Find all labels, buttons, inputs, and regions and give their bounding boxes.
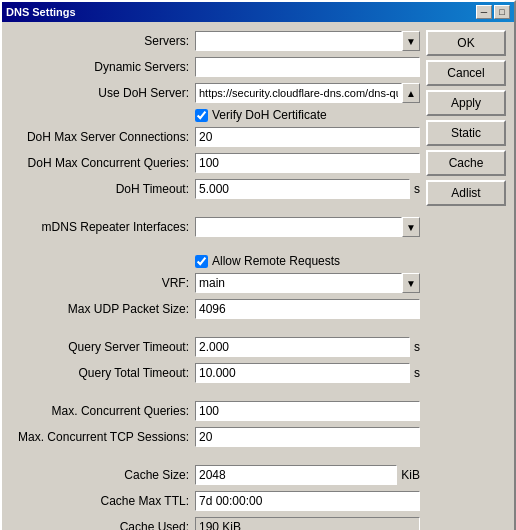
verify-doh-row: Verify DoH Certificate (10, 108, 420, 122)
window-title: DNS Settings (6, 6, 76, 18)
doh-max-connections-input[interactable] (195, 127, 420, 147)
cache-used-label: Cache Used: (10, 520, 195, 530)
cache-size-row: Cache Size: KiB (10, 464, 420, 486)
cancel-button[interactable]: Cancel (426, 60, 506, 86)
doh-timeout-label: DoH Timeout: (10, 182, 195, 196)
window-controls: ─ □ (476, 5, 510, 19)
verify-doh-label: Verify DoH Certificate (212, 108, 327, 122)
query-total-timeout-input[interactable] (195, 363, 410, 383)
cache-used-row: Cache Used: (10, 516, 420, 530)
vrf-label: VRF: (10, 276, 195, 290)
vrf-row: VRF: ▼ (10, 272, 420, 294)
servers-label: Servers: (10, 34, 195, 48)
doh-max-connections-label: DoH Max Server Connections: (10, 130, 195, 144)
vrf-field-group: ▼ (195, 273, 420, 293)
query-server-timeout-input[interactable] (195, 337, 410, 357)
cache-button[interactable]: Cache (426, 150, 506, 176)
mdns-label: mDNS Repeater Interfaces: (10, 220, 195, 234)
max-concurrent-tcp-input[interactable] (195, 427, 420, 447)
side-buttons: OK Cancel Apply Static Cache Adlist (426, 30, 506, 530)
vrf-dropdown-button[interactable]: ▼ (402, 273, 420, 293)
max-udp-input[interactable] (195, 299, 420, 319)
max-concurrent-queries-input[interactable] (195, 401, 420, 421)
verify-doh-checkbox[interactable] (195, 109, 208, 122)
query-server-timeout-row: Query Server Timeout: s (10, 336, 420, 358)
doh-dropdown-button[interactable]: ▲ (402, 83, 420, 103)
allow-remote-row: Allow Remote Requests (10, 254, 420, 268)
max-concurrent-tcp-label: Max. Concurrent TCP Sessions: (10, 430, 195, 444)
doh-url-input[interactable] (195, 83, 402, 103)
mdns-input[interactable] (195, 217, 402, 237)
cache-size-label: Cache Size: (10, 468, 195, 482)
title-bar: DNS Settings ─ □ (2, 2, 514, 22)
servers-input[interactable] (195, 31, 402, 51)
cache-max-ttl-row: Cache Max TTL: (10, 490, 420, 512)
query-total-timeout-row: Query Total Timeout: s (10, 362, 420, 384)
servers-field-group: ▼ (195, 31, 420, 51)
allow-remote-checkbox[interactable] (195, 255, 208, 268)
mdns-dropdown-button[interactable]: ▼ (402, 217, 420, 237)
vrf-input[interactable] (195, 273, 402, 293)
cache-size-input[interactable] (195, 465, 397, 485)
static-button[interactable]: Static (426, 120, 506, 146)
cache-max-ttl-label: Cache Max TTL: (10, 494, 195, 508)
maximize-button[interactable]: □ (494, 5, 510, 19)
max-concurrent-tcp-row: Max. Concurrent TCP Sessions: (10, 426, 420, 448)
doh-max-queries-input[interactable] (195, 153, 420, 173)
cache-max-ttl-input[interactable] (195, 491, 420, 511)
doh-field-group: ▲ (195, 83, 420, 103)
doh-timeout-unit: s (410, 182, 420, 196)
doh-server-row: Use DoH Server: ▲ (10, 82, 420, 104)
max-udp-label: Max UDP Packet Size: (10, 302, 195, 316)
allow-remote-label: Allow Remote Requests (212, 254, 340, 268)
cache-used-input (195, 517, 420, 530)
apply-button[interactable]: Apply (426, 90, 506, 116)
doh-max-queries-label: DoH Max Concurrent Queries: (10, 156, 195, 170)
doh-timeout-row: DoH Timeout: s (10, 178, 420, 200)
query-total-timeout-unit: s (410, 366, 420, 380)
ok-button[interactable]: OK (426, 30, 506, 56)
max-concurrent-queries-row: Max. Concurrent Queries: (10, 400, 420, 422)
minimize-button[interactable]: ─ (476, 5, 492, 19)
mdns-field-group: ▼ (195, 217, 420, 237)
query-total-timeout-label: Query Total Timeout: (10, 366, 195, 380)
query-server-timeout-unit: s (410, 340, 420, 354)
doh-server-label: Use DoH Server: (10, 86, 195, 100)
max-concurrent-queries-label: Max. Concurrent Queries: (10, 404, 195, 418)
dynamic-servers-row: Dynamic Servers: (10, 56, 420, 78)
dynamic-servers-label: Dynamic Servers: (10, 60, 195, 74)
dynamic-servers-input[interactable] (195, 57, 420, 77)
cache-size-unit: KiB (397, 468, 420, 482)
servers-row: Servers: ▼ (10, 30, 420, 52)
doh-max-queries-row: DoH Max Concurrent Queries: (10, 152, 420, 174)
servers-dropdown-button[interactable]: ▼ (402, 31, 420, 51)
dns-settings-window: DNS Settings ─ □ Servers: ▼ Dynamic Serv… (0, 0, 516, 530)
mdns-row: mDNS Repeater Interfaces: ▼ (10, 216, 420, 238)
query-server-timeout-label: Query Server Timeout: (10, 340, 195, 354)
doh-timeout-input[interactable] (195, 179, 410, 199)
max-udp-row: Max UDP Packet Size: (10, 298, 420, 320)
adlist-button[interactable]: Adlist (426, 180, 506, 206)
doh-max-connections-row: DoH Max Server Connections: (10, 126, 420, 148)
